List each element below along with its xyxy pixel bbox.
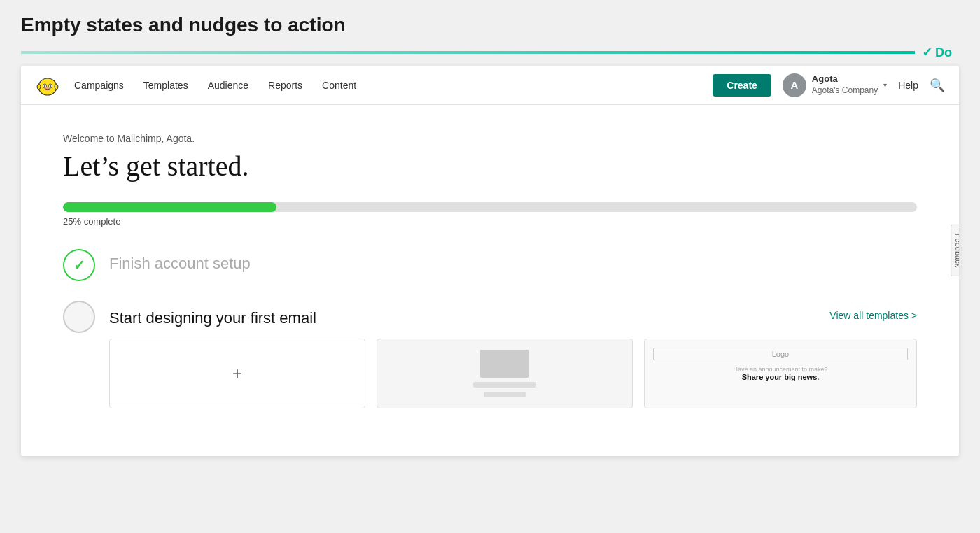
- annotation-bar-line: [21, 51, 915, 54]
- step-1-circle: ✓: [63, 249, 95, 281]
- top-annotation: Empty states and nudges to action ✓ Do: [0, 0, 980, 60]
- avatar: A: [783, 73, 806, 97]
- chevron-down-icon: ▾: [883, 81, 887, 89]
- progress-label: 25% complete: [63, 216, 917, 227]
- nav-campaigns[interactable]: Campaigns: [74, 77, 124, 94]
- step-1: ✓ Finish account setup: [63, 249, 917, 281]
- welcome-text: Welcome to Mailchimp, Agota.: [63, 133, 917, 144]
- annotation-title: Empty states and nudges to action: [21, 14, 959, 36]
- nav-content[interactable]: Content: [322, 77, 356, 94]
- navbar: Campaigns Templates Audience Reports Con…: [21, 66, 959, 105]
- announcement-tagline: Have an announcement to make?: [653, 366, 908, 373]
- announcement-logo: Logo: [653, 348, 908, 360]
- progress-bar-fill: [63, 202, 276, 212]
- help-link[interactable]: Help: [898, 80, 918, 91]
- nav-audience[interactable]: Audience: [208, 77, 248, 94]
- do-label: ✓ Do: [922, 45, 952, 60]
- annotation-bar: ✓ Do: [21, 45, 959, 60]
- user-info: Agota Agota's Company: [812, 73, 878, 96]
- template-card-layout[interactable]: [377, 339, 633, 408]
- navbar-right: Create A Agota Agota's Company ▾ Help 🔍: [713, 73, 945, 97]
- progress-bar-track: [63, 202, 917, 212]
- sketch-line-2: [484, 392, 526, 397]
- design-section: Start designing your first email View al…: [109, 304, 917, 408]
- sketch-block: [480, 350, 529, 378]
- plus-icon: +: [232, 364, 242, 383]
- checkmark-icon: ✓: [922, 45, 932, 60]
- step-1-check-icon: ✓: [74, 257, 85, 273]
- headline: Let’s get started.: [63, 150, 917, 183]
- main-content: Welcome to Mailchimp, Agota. Let’s get s…: [21, 105, 959, 456]
- step-1-label: Finish account setup: [109, 249, 251, 273]
- user-company: Agota's Company: [812, 85, 878, 97]
- svg-point-7: [37, 84, 41, 89]
- mailchimp-logo: [35, 73, 60, 98]
- feedback-tab-wrapper: Feedback: [939, 222, 959, 292]
- template-cards: + Logo Have an announcement to make? Sha…: [109, 339, 917, 408]
- user-menu[interactable]: A Agota Agota's Company ▾: [783, 73, 887, 97]
- search-icon[interactable]: 🔍: [930, 78, 945, 93]
- announcement-big-text: Share your big news.: [653, 373, 908, 381]
- design-header: Start designing your first email View al…: [109, 304, 917, 327]
- create-button[interactable]: Create: [713, 74, 771, 97]
- navbar-nav: Campaigns Templates Audience Reports Con…: [74, 77, 713, 94]
- svg-point-4: [44, 85, 46, 87]
- step-2-circle: [63, 301, 95, 333]
- step-2-label: Start designing your first email: [109, 304, 316, 327]
- app-frame: Campaigns Templates Audience Reports Con…: [21, 66, 959, 456]
- template-card-announcement[interactable]: Logo Have an announcement to make? Share…: [644, 339, 917, 408]
- svg-point-8: [55, 84, 58, 89]
- view-all-templates-link[interactable]: View all templates >: [830, 310, 917, 321]
- sketch-line-1: [473, 382, 536, 388]
- progress-container: [63, 202, 917, 212]
- nav-templates[interactable]: Templates: [144, 77, 188, 94]
- template-card-blank[interactable]: +: [109, 339, 365, 408]
- feedback-tab[interactable]: Feedback: [951, 225, 959, 276]
- svg-point-5: [50, 85, 51, 87]
- nav-reports[interactable]: Reports: [268, 77, 302, 94]
- step-2: Start designing your first email View al…: [63, 301, 917, 408]
- user-name: Agota: [812, 73, 878, 85]
